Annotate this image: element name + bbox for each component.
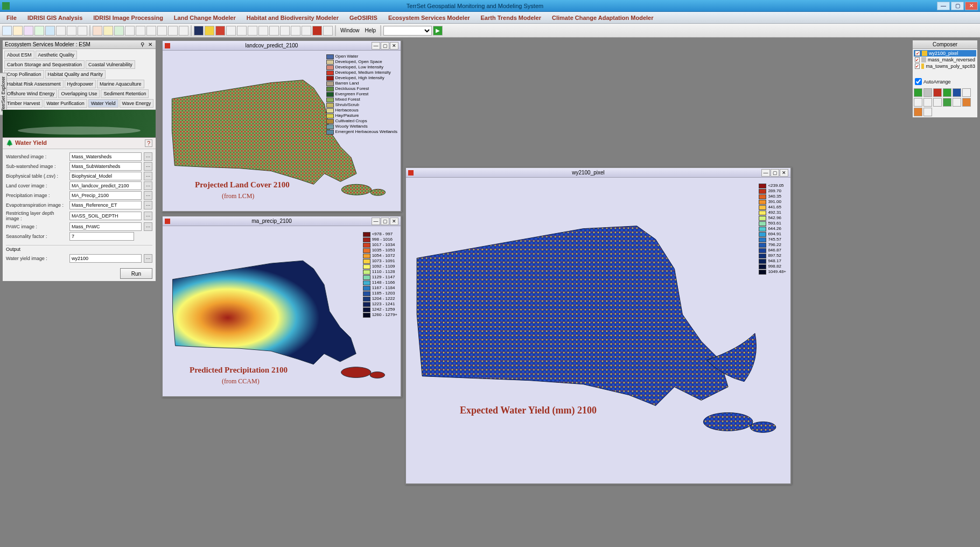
explorer-side-tab[interactable]: TerrSet Explorer <box>0 73 7 115</box>
menu-habitat-biodiversity[interactable]: Habitat and Biodiversity Modeler <box>243 13 342 22</box>
field-input-3[interactable] <box>69 181 142 190</box>
esm-tab-habitat-quality-and-rarity[interactable]: Habitat Quality and Rarity <box>45 70 106 79</box>
tool-icon-1[interactable] <box>2 26 12 36</box>
map-maximize-button[interactable]: ▢ <box>771 169 779 177</box>
esm-close-icon[interactable]: ✕ <box>147 41 153 47</box>
esm-tab-carbon-storage-and-sequestration[interactable]: Carbon Storage and Sequestration <box>4 60 85 69</box>
tool-icon-23[interactable] <box>248 26 257 36</box>
tool-icon-8[interactable] <box>78 26 87 36</box>
tool-icon-5[interactable] <box>45 26 55 36</box>
composer-layer-item[interactable]: ✔wy2100_pixel <box>914 50 976 57</box>
esm-tab-offshore-wind-energy[interactable]: Offshore Wind Energy <box>4 89 57 98</box>
field-input-5[interactable] <box>69 201 142 209</box>
composer-tool-1[interactable] <box>914 88 922 97</box>
browse-button[interactable]: … <box>144 212 152 220</box>
tool-icon-18[interactable] <box>194 26 204 36</box>
layer-visibility-checkbox[interactable]: ✔ <box>915 64 920 69</box>
composer-tool-13[interactable] <box>914 108 922 116</box>
field-input-0[interactable] <box>69 152 142 161</box>
tool-icon-25[interactable] <box>269 26 279 36</box>
field-input-8[interactable] <box>69 232 134 241</box>
menu-ecosystem-services[interactable]: Ecosystem Services Modeler <box>385 13 473 22</box>
composer-tool-6[interactable] <box>962 88 971 97</box>
tool-icon-29[interactable] <box>312 26 322 36</box>
composer-tool-5[interactable] <box>953 88 961 97</box>
tool-icon-10[interactable] <box>103 26 113 36</box>
map-window-landcov[interactable]: landcov_predict_2100 — ▢ ✕ Open WaterDev… <box>162 40 402 212</box>
composer-tool-7[interactable] <box>914 98 922 107</box>
composer-layer-item[interactable]: ✔ma_towns_poly_spc83 <box>914 63 976 69</box>
map-window-wateryield[interactable]: wy2100_pixel — ▢ ✕ <239. <box>405 167 792 485</box>
esm-tab-habitat-risk-assessment[interactable]: Habitat Risk Assessment <box>4 80 64 88</box>
composer-layer-item[interactable]: ✔mass_mask_reversed <box>914 57 976 63</box>
tool-icon-26[interactable] <box>280 26 290 36</box>
esm-pin-icon[interactable]: ⚲ <box>139 41 145 47</box>
tool-icon-22[interactable] <box>237 26 247 36</box>
esm-tab-about-esm[interactable]: About ESM <box>4 51 34 59</box>
esm-tab-water-purification[interactable]: Water Purification <box>44 99 87 108</box>
tool-icon-16[interactable] <box>168 26 178 36</box>
esm-tab-overlapping-use[interactable]: Overlapping Use <box>58 89 100 98</box>
field-input-4[interactable] <box>69 191 142 200</box>
maximize-button[interactable]: ▢ <box>951 2 964 10</box>
browse-button[interactable]: … <box>144 181 152 190</box>
tool-icon-27[interactable] <box>291 26 300 36</box>
water-yield-image-input[interactable] <box>69 254 142 263</box>
composer-tool-8[interactable] <box>923 98 932 107</box>
window-menu-label[interactable]: Window <box>338 27 362 33</box>
esm-tab-water-yield[interactable]: Water Yield <box>88 99 118 108</box>
browse-button[interactable]: … <box>144 162 152 171</box>
tool-icon-15[interactable] <box>157 26 167 36</box>
esm-tab-wave-energy[interactable]: Wave Energy <box>120 99 154 108</box>
menu-earth-trends[interactable]: Earth Trends Modeler <box>478 13 544 22</box>
tool-icon-24[interactable] <box>258 26 268 36</box>
field-input-2[interactable] <box>69 172 142 180</box>
map-maximize-button[interactable]: ▢ <box>381 218 389 225</box>
map-close-button[interactable]: ✕ <box>390 42 398 50</box>
tool-icon-21[interactable] <box>226 26 236 36</box>
esm-tab-hydropower[interactable]: Hydropower <box>65 80 96 88</box>
esm-tab-crop-pollination[interactable]: Crop Pollination <box>4 70 44 79</box>
map-minimize-button[interactable]: — <box>761 169 770 177</box>
close-button[interactable]: ✕ <box>965 2 978 10</box>
composer-tool-11[interactable] <box>953 98 961 107</box>
menu-geosiris[interactable]: GeOSIRIS <box>346 13 381 22</box>
menu-idrisi-gis[interactable]: IDRISI GIS Analysis <box>24 13 86 22</box>
tool-icon-17[interactable] <box>179 26 188 36</box>
map-maximize-button[interactable]: ▢ <box>381 42 389 50</box>
run-button[interactable]: Run <box>120 268 152 279</box>
composer-tool-2[interactable] <box>923 88 932 97</box>
help-menu-label[interactable]: Help <box>363 27 379 33</box>
help-icon[interactable]: ? <box>145 139 152 147</box>
composer-tool-9[interactable] <box>933 98 942 107</box>
map-close-button[interactable]: ✕ <box>390 218 398 225</box>
field-input-6[interactable] <box>69 212 142 220</box>
browse-button[interactable]: … <box>144 191 152 200</box>
esm-tab-marine-aquaculture[interactable]: Marine Aquaculture <box>97 80 144 88</box>
map-window-precip[interactable]: ma_precip_2100 — ▢ ✕ <box>162 215 402 397</box>
menu-idrisi-image[interactable]: IDRISI Image Processing <box>90 13 166 22</box>
run-icon[interactable]: ▶ <box>433 26 443 36</box>
composer-tool-14[interactable] <box>923 108 932 116</box>
map-minimize-button[interactable]: — <box>372 218 380 225</box>
menu-climate-change[interactable]: Climate Change Adaptation Modeler <box>549 13 656 22</box>
toolbar-combo[interactable] <box>383 26 432 36</box>
esm-tab-timber-harvest[interactable]: Timber Harvest <box>4 99 43 108</box>
browse-button[interactable]: … <box>144 201 152 209</box>
composer-tool-4[interactable] <box>943 88 951 97</box>
auto-arrange-checkbox[interactable] <box>915 78 922 85</box>
tool-icon-19[interactable] <box>205 26 214 36</box>
layer-visibility-checkbox[interactable]: ✔ <box>915 57 920 62</box>
tool-icon-14[interactable] <box>146 26 156 36</box>
tool-icon-3[interactable] <box>24 26 33 36</box>
minimize-button[interactable]: — <box>937 2 950 10</box>
field-input-1[interactable] <box>69 162 142 171</box>
tool-icon-30[interactable] <box>323 26 333 36</box>
menu-land-change[interactable]: Land Change Modeler <box>171 13 239 22</box>
menu-file[interactable]: File <box>3 13 20 22</box>
browse-button[interactable]: … <box>144 222 152 231</box>
tool-icon-20[interactable] <box>215 26 225 36</box>
tool-icon-13[interactable] <box>136 26 145 36</box>
tool-icon-28[interactable] <box>302 26 311 36</box>
field-input-7[interactable] <box>69 222 142 231</box>
